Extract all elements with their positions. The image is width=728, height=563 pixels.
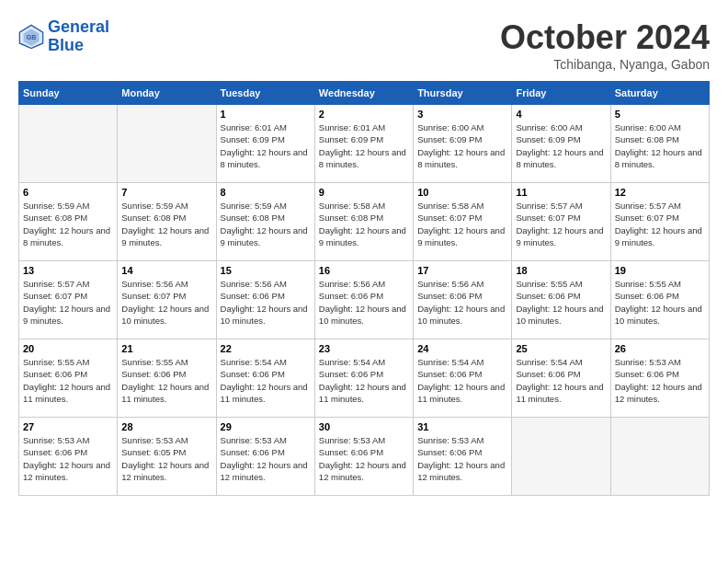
cell-details: Sunrise: 5:54 AMSunset: 6:06 PMDaylight:… (221, 356, 311, 405)
calendar-cell: 30Sunrise: 5:53 AMSunset: 6:06 PMDayligh… (314, 418, 413, 496)
cell-details: Sunrise: 5:57 AMSunset: 6:07 PMDaylight:… (615, 200, 705, 248)
calendar-cell: 12Sunrise: 5:57 AMSunset: 6:07 PMDayligh… (610, 183, 709, 261)
calendar-cell: 6Sunrise: 5:59 AMSunset: 6:08 PMDaylight… (19, 183, 118, 261)
day-number: 25 (516, 343, 606, 354)
day-number: 13 (23, 265, 113, 276)
calendar-cell: 31Sunrise: 5:53 AMSunset: 6:06 PMDayligh… (414, 418, 512, 496)
logo-line1: General (48, 17, 109, 36)
calendar-cell: 29Sunrise: 5:53 AMSunset: 6:06 PMDayligh… (216, 418, 314, 496)
cell-details: Sunrise: 5:56 AMSunset: 6:07 PMDaylight:… (121, 278, 211, 327)
calendar-cell: 24Sunrise: 5:54 AMSunset: 6:06 PMDayligh… (414, 339, 512, 418)
day-number: 9 (319, 187, 409, 198)
cell-details: Sunrise: 5:56 AMSunset: 6:06 PMDaylight:… (417, 278, 507, 327)
calendar-cell: 3Sunrise: 6:00 AMSunset: 6:09 PMDaylight… (414, 105, 512, 183)
cell-details: Sunrise: 5:55 AMSunset: 6:06 PMDaylight:… (23, 356, 113, 405)
cell-details: Sunrise: 5:54 AMSunset: 6:06 PMDaylight:… (417, 356, 507, 405)
day-number: 1 (221, 109, 311, 120)
title-area: October 2024 Tchibanga, Nyanga, Gabon (500, 18, 710, 72)
calendar-cell: 23Sunrise: 5:54 AMSunset: 6:06 PMDayligh… (314, 339, 413, 418)
day-number: 16 (319, 265, 409, 276)
calendar-cell: 7Sunrise: 5:59 AMSunset: 6:08 PMDaylight… (118, 183, 216, 261)
day-number: 8 (221, 187, 311, 198)
day-number: 31 (417, 421, 507, 432)
day-header-wednesday: Wednesday (314, 82, 413, 105)
day-header-monday: Monday (118, 82, 216, 105)
cell-details: Sunrise: 5:59 AMSunset: 6:08 PMDaylight:… (221, 200, 311, 248)
day-number: 24 (417, 343, 507, 354)
cell-details: Sunrise: 5:56 AMSunset: 6:06 PMDaylight:… (221, 278, 311, 327)
day-header-sunday: Sunday (19, 82, 118, 105)
cell-details: Sunrise: 5:53 AMSunset: 6:06 PMDaylight:… (221, 434, 311, 483)
calendar-week-3: 13Sunrise: 5:57 AMSunset: 6:07 PMDayligh… (19, 261, 710, 339)
calendar-cell: 28Sunrise: 5:53 AMSunset: 6:05 PMDayligh… (118, 418, 216, 496)
day-number: 4 (516, 109, 606, 120)
cell-details: Sunrise: 5:53 AMSunset: 6:06 PMDaylight:… (23, 434, 113, 483)
cell-details: Sunrise: 5:54 AMSunset: 6:06 PMDaylight:… (516, 356, 606, 405)
cell-details: Sunrise: 6:01 AMSunset: 6:09 PMDaylight:… (319, 121, 409, 170)
day-number: 7 (121, 187, 211, 198)
calendar-cell: 4Sunrise: 6:00 AMSunset: 6:09 PMDaylight… (512, 105, 610, 183)
calendar-cell (19, 105, 118, 183)
day-number: 18 (516, 265, 606, 276)
cell-details: Sunrise: 6:00 AMSunset: 6:08 PMDaylight:… (615, 121, 705, 170)
logo: GB General Blue (18, 18, 109, 55)
calendar-cell: 8Sunrise: 5:59 AMSunset: 6:08 PMDaylight… (216, 183, 314, 261)
day-number: 27 (23, 421, 113, 432)
day-number: 30 (319, 421, 409, 432)
cell-details: Sunrise: 5:54 AMSunset: 6:06 PMDaylight:… (319, 356, 409, 405)
calendar-table: SundayMondayTuesdayWednesdayThursdayFrid… (18, 81, 710, 496)
day-number: 3 (417, 109, 507, 120)
day-number: 29 (221, 421, 311, 432)
month-title: October 2024 (500, 18, 710, 57)
calendar-cell: 10Sunrise: 5:58 AMSunset: 6:07 PMDayligh… (414, 183, 512, 261)
calendar-cell: 19Sunrise: 5:55 AMSunset: 6:06 PMDayligh… (610, 261, 709, 339)
day-number: 20 (23, 343, 113, 354)
calendar-week-2: 6Sunrise: 5:59 AMSunset: 6:08 PMDaylight… (19, 183, 710, 261)
day-number: 14 (121, 265, 211, 276)
cell-details: Sunrise: 6:00 AMSunset: 6:09 PMDaylight:… (516, 121, 606, 170)
day-number: 26 (615, 343, 705, 354)
cell-details: Sunrise: 5:58 AMSunset: 6:07 PMDaylight:… (417, 200, 507, 248)
cell-details: Sunrise: 5:57 AMSunset: 6:07 PMDaylight:… (23, 278, 113, 327)
calendar-cell (512, 418, 610, 496)
day-header-tuesday: Tuesday (216, 82, 314, 105)
logo-icon: GB (18, 24, 44, 50)
cell-details: Sunrise: 5:55 AMSunset: 6:06 PMDaylight:… (516, 278, 606, 327)
calendar-header-row: SundayMondayTuesdayWednesdayThursdayFrid… (19, 82, 710, 105)
calendar-cell: 18Sunrise: 5:55 AMSunset: 6:06 PMDayligh… (512, 261, 610, 339)
svg-text:GB: GB (27, 34, 37, 40)
page-header: GB General Blue October 2024 Tchibanga, … (18, 18, 710, 72)
day-header-friday: Friday (512, 82, 610, 105)
calendar-cell: 17Sunrise: 5:56 AMSunset: 6:06 PMDayligh… (414, 261, 512, 339)
location-title: Tchibanga, Nyanga, Gabon (500, 57, 710, 72)
day-number: 10 (417, 187, 507, 198)
calendar-week-5: 27Sunrise: 5:53 AMSunset: 6:06 PMDayligh… (19, 418, 710, 496)
calendar-cell (610, 418, 709, 496)
cell-details: Sunrise: 5:53 AMSunset: 6:06 PMDaylight:… (615, 356, 705, 405)
cell-details: Sunrise: 5:56 AMSunset: 6:06 PMDaylight:… (319, 278, 409, 327)
calendar-cell (118, 105, 216, 183)
day-number: 23 (319, 343, 409, 354)
cell-details: Sunrise: 6:01 AMSunset: 6:09 PMDaylight:… (221, 121, 311, 170)
cell-details: Sunrise: 5:55 AMSunset: 6:06 PMDaylight:… (615, 278, 705, 327)
calendar-cell: 15Sunrise: 5:56 AMSunset: 6:06 PMDayligh… (216, 261, 314, 339)
calendar-cell: 2Sunrise: 6:01 AMSunset: 6:09 PMDaylight… (314, 105, 413, 183)
calendar-week-4: 20Sunrise: 5:55 AMSunset: 6:06 PMDayligh… (19, 339, 710, 418)
calendar-cell: 14Sunrise: 5:56 AMSunset: 6:07 PMDayligh… (118, 261, 216, 339)
calendar-cell: 11Sunrise: 5:57 AMSunset: 6:07 PMDayligh… (512, 183, 610, 261)
day-number: 2 (319, 109, 409, 120)
calendar-week-1: 1Sunrise: 6:01 AMSunset: 6:09 PMDaylight… (19, 105, 710, 183)
day-number: 28 (121, 421, 211, 432)
cell-details: Sunrise: 6:00 AMSunset: 6:09 PMDaylight:… (417, 121, 507, 170)
calendar-cell: 5Sunrise: 6:00 AMSunset: 6:08 PMDaylight… (610, 105, 709, 183)
logo-line2: Blue (48, 36, 84, 54)
calendar-cell: 25Sunrise: 5:54 AMSunset: 6:06 PMDayligh… (512, 339, 610, 418)
cell-details: Sunrise: 5:57 AMSunset: 6:07 PMDaylight:… (516, 200, 606, 248)
day-number: 17 (417, 265, 507, 276)
logo-text: General Blue (48, 18, 109, 55)
day-number: 5 (615, 109, 705, 120)
day-number: 11 (516, 187, 606, 198)
day-number: 15 (221, 265, 311, 276)
calendar-cell: 21Sunrise: 5:55 AMSunset: 6:06 PMDayligh… (118, 339, 216, 418)
day-number: 12 (615, 187, 705, 198)
